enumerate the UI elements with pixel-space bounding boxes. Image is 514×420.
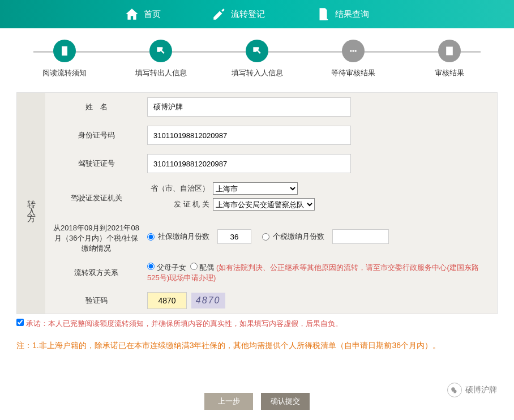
button-row: 上一步 确认提交 <box>16 393 498 420</box>
relation-label: 流转双方关系 <box>45 268 147 278</box>
form-in-icon <box>251 45 263 57</box>
row-relation: 流转双方关系 父母子女 配偶 (如有法院判决、公正继承等其他原因的流转，请至市交… <box>45 258 497 288</box>
svg-point-0 <box>350 50 352 52</box>
row-captcha: 验证码 4870 <box>45 288 497 314</box>
step-3: 填写转入人信息 <box>209 40 305 78</box>
form-area: 转入方 姓 名 身份证号码 驾驶证证号 驾驶证发证机关 省（市、自治区） 上海 <box>16 92 498 314</box>
float-brand[interactable]: 硕博沪牌 <box>447 383 497 397</box>
side-label: 转入方 <box>17 93 45 314</box>
tax-months-input[interactable] <box>332 229 389 244</box>
name-input[interactable] <box>147 97 351 117</box>
search-doc-icon <box>316 7 331 22</box>
result-icon <box>444 45 455 57</box>
step-1-label: 阅读流转须知 <box>42 68 87 78</box>
wechat-icon <box>447 383 462 397</box>
tax-label: 从2018年09月到2021年08月（36个月内）个税/社保缴纳情况 <box>45 223 147 254</box>
captcha-label: 验证码 <box>45 295 147 306</box>
agree-row: 承诺：本人已完整阅读额度流转须知，并确保所填内容的真实性，如果填写内容虚假，后果… <box>16 314 498 338</box>
social-radio-label: 社保缴纳月份数 <box>158 232 209 242</box>
step-5: 审核结果 <box>401 40 498 78</box>
form-out-icon <box>155 45 166 57</box>
name-label: 姓 名 <box>45 102 147 112</box>
idno-label: 身份证号码 <box>45 130 147 140</box>
captcha-input[interactable] <box>147 292 187 309</box>
note-body: 1.非上海户籍的，除承诺已在本市连续缴纳满3年社保的，其他均需提供个人所得税清单… <box>32 341 440 350</box>
prev-button[interactable]: 上一步 <box>204 393 253 410</box>
note: 注：1.非上海户籍的，除承诺已在本市连续缴纳满3年社保的，其他均需提供个人所得税… <box>16 338 498 353</box>
nav-query[interactable]: 结果查询 <box>316 7 369 22</box>
note-prefix: 注： <box>16 341 32 350</box>
agree-prefix: 承诺： <box>26 319 48 328</box>
step-3-label: 填写转入人信息 <box>232 68 283 78</box>
relation-parent-radio[interactable] <box>147 263 155 270</box>
license-org-label: 驾驶证发证机关 <box>45 193 147 203</box>
step-2-label: 填写转出人信息 <box>135 68 187 78</box>
step-5-label: 审核结果 <box>435 68 464 78</box>
agree-checkbox[interactable] <box>16 319 24 326</box>
home-icon <box>125 7 139 22</box>
agree-text: 本人已完整阅读额度流转须知，并确保所填内容的真实性，如果填写内容虚假，后果自负。 <box>48 319 342 328</box>
nav-query-label: 结果查询 <box>335 9 369 20</box>
step-4: 等待审核结果 <box>305 40 401 78</box>
relation-parent-label: 父母子女 <box>157 263 186 272</box>
idno-input[interactable] <box>147 126 351 145</box>
row-idno: 身份证号码 <box>45 121 497 149</box>
step-4-label: 等待审核结果 <box>331 68 375 78</box>
province-sublabel: 省（市、自治区） <box>147 183 209 194</box>
org-select[interactable]: 上海市公安局交通警察总队 <box>213 198 315 211</box>
license-input[interactable] <box>147 154 351 173</box>
step-1: 阅读流转须知 <box>16 40 113 78</box>
tax-radio[interactable] <box>262 233 269 241</box>
step-2: 填写转出人信息 <box>113 40 209 78</box>
social-months-input[interactable] <box>217 229 251 244</box>
row-license: 驾驶证证号 <box>45 149 497 178</box>
top-nav: 首页 流转登记 结果查询 <box>0 0 514 28</box>
row-tax: 从2018年09月到2021年08月（36个月内）个税/社保缴纳情况 社保缴纳月… <box>45 218 497 258</box>
org-sublabel: 发 证 机 关 <box>147 199 209 209</box>
nav-register[interactable]: 流转登记 <box>212 7 265 22</box>
nav-register-label: 流转登记 <box>231 9 265 20</box>
step-bar: 阅读流转须知 填写转出人信息 填写转入人信息 等待审核结果 审核结果 <box>16 40 498 78</box>
nav-home-label: 首页 <box>144 9 161 20</box>
doc-icon <box>59 45 70 57</box>
svg-point-1 <box>352 50 354 52</box>
captcha-image[interactable]: 4870 <box>191 293 225 308</box>
row-name: 姓 名 <box>45 93 497 121</box>
row-license-org: 驾驶证发证机关 省（市、自治区） 上海市 发 证 机 关 上海市公安局交通警察总… <box>45 178 497 218</box>
relation-spouse-label: 配偶 <box>199 263 214 272</box>
nav-home[interactable]: 首页 <box>125 7 161 22</box>
social-radio[interactable] <box>147 233 155 241</box>
svg-point-2 <box>355 50 357 52</box>
tax-radio-label: 个税缴纳月份数 <box>273 232 324 242</box>
province-select[interactable]: 上海市 <box>213 182 298 195</box>
relation-spouse-radio[interactable] <box>190 263 198 270</box>
float-brand-label: 硕博沪牌 <box>465 385 497 395</box>
submit-button[interactable]: 确认提交 <box>261 393 310 410</box>
license-label: 驾驶证证号 <box>45 158 147 169</box>
wait-icon <box>348 45 359 57</box>
edit-icon <box>212 7 226 22</box>
